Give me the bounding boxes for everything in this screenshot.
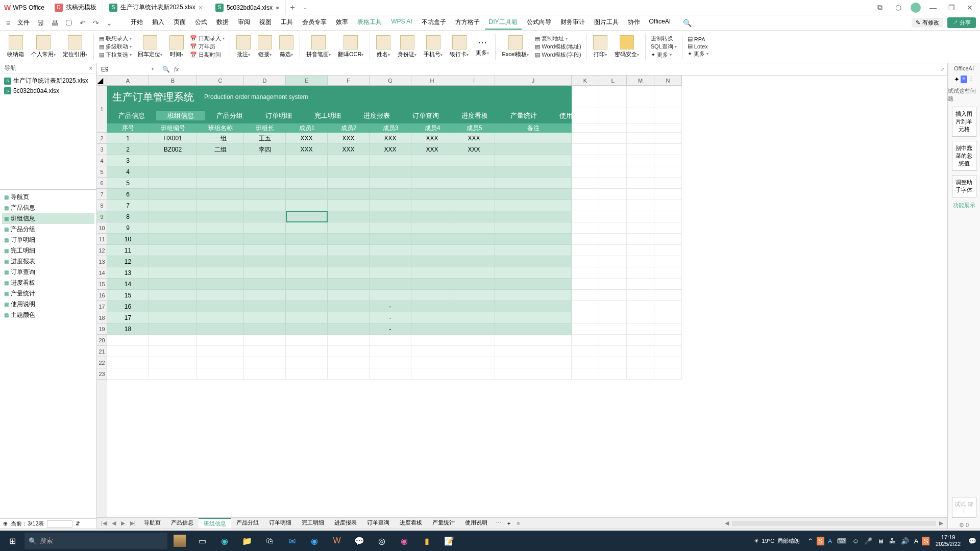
cell[interactable] [453,234,495,245]
cell[interactable] [286,256,328,267]
cell[interactable] [495,222,572,234]
cell[interactable] [149,222,197,234]
cell[interactable] [453,222,495,234]
add-sheet-button[interactable]: + [504,520,513,527]
cell[interactable]: 12 [107,256,149,267]
cell[interactable] [370,166,411,178]
cell[interactable] [197,222,244,234]
cell[interactable]: XXX [286,144,328,155]
row-header[interactable]: 8 [97,200,107,211]
ribbon-wordtpl2[interactable]: ▤ Word模板(字段) [535,51,581,59]
cell[interactable]: 10 [107,234,149,245]
col-header-G[interactable]: G [370,76,411,85]
cell[interactable] [197,166,244,178]
cell[interactable] [495,144,572,155]
explorer-icon[interactable]: 📁 [237,531,257,551]
app-icon-2[interactable]: ◉ [394,531,414,551]
ribbon-lotex[interactable]: ▤ Lotex [688,43,708,49]
rp-btn-2[interactable]: 别中蠢菜的忽悠值 [952,141,976,171]
wps-icon[interactable]: W [327,531,347,551]
cell[interactable]: 18 [107,323,149,335]
cell[interactable] [149,245,197,256]
start-button[interactable]: ⊞ [2,531,22,551]
cell[interactable] [244,155,286,166]
row-header[interactable]: 5 [97,166,107,178]
redo-icon[interactable]: ↷ [91,19,101,27]
nav-sheet-item[interactable]: ▦产品分组 [2,224,94,235]
cell[interactable] [453,178,495,189]
close-icon[interactable]: ✕ [964,2,976,14]
cell[interactable] [286,200,328,211]
cell[interactable] [411,211,453,222]
cell[interactable] [328,323,370,335]
select-all-corner[interactable]: ◢ [97,76,107,86]
cell[interactable] [286,178,328,189]
cell[interactable]: XXX [328,144,370,155]
ribbon-more1[interactable]: ⋯更多▾ [473,37,492,57]
cell[interactable] [286,323,328,335]
search-icon[interactable]: 🔍 [681,19,694,27]
menu-tab-协作[interactable]: 协作 [624,16,644,30]
app-icon-4[interactable]: 📝 [439,531,459,551]
cell[interactable] [244,200,286,211]
col-header-H[interactable]: H [411,76,453,85]
nav-tab-产量统计[interactable]: 产量统计 [499,111,548,120]
row-header[interactable]: 21 [97,346,107,357]
row-header[interactable]: 15 [97,279,107,290]
ribbon-xiala[interactable]: ▤ 下拉复选 ▾ [99,51,132,59]
cell[interactable]: 2 [107,144,149,155]
menu-tab-效率[interactable]: 效率 [332,16,352,30]
edge-icon[interactable]: ◉ [214,531,235,551]
tab-file-1[interactable]: S 生产订单统计表新2025.xlsx × [103,0,209,15]
cell[interactable] [453,290,495,301]
row-header[interactable]: 6 [97,178,107,189]
cell[interactable] [495,301,572,312]
row-header[interactable]: 13 [97,256,107,267]
cell[interactable] [453,211,495,222]
cell[interactable] [370,245,411,256]
col-header-J[interactable]: J [495,76,572,85]
row-header[interactable]: 12 [97,245,107,256]
col-header-B[interactable]: B [149,76,197,85]
cell[interactable] [495,166,572,178]
col-header-K[interactable]: K [572,76,599,85]
clock[interactable]: 17:19 2025/2/22 [932,534,965,547]
nav-sheet-item[interactable]: ▦导航页 [2,192,94,203]
ribbon-storage[interactable]: 收纳箱 [4,35,27,58]
cell[interactable]: 7 [107,200,149,211]
nav-tab-进度报表[interactable]: 进度报表 [352,111,401,120]
menu-tab-财务审计[interactable]: 财务审计 [556,16,589,30]
cell[interactable] [370,155,411,166]
cell[interactable]: 11 [107,245,149,256]
cell[interactable] [149,189,197,200]
expand-icon[interactable]: ⤢ [937,66,947,72]
nav-sheet-item[interactable]: ▦订单明细 [2,235,94,245]
sheet-tab-使用说明[interactable]: 使用说明 [460,518,493,529]
sheet-tab-进度看板[interactable]: 进度看板 [395,518,427,529]
cell[interactable] [411,256,453,267]
hscrollbar[interactable] [732,521,936,526]
cell[interactable] [244,323,286,335]
row-header[interactable]: 10 [97,222,107,234]
last-icon[interactable]: ▶| [128,520,138,527]
cell[interactable] [495,290,572,301]
ribbon-excel-tpl[interactable]: Excel模板▾ [499,35,532,58]
cell[interactable] [495,312,572,323]
cell[interactable] [328,245,370,256]
app-icon-1[interactable]: ◎ [372,531,392,551]
menu-icon[interactable]: ≡ [4,19,12,27]
nav-tab-完工明细[interactable]: 完工明细 [303,111,352,120]
ribbon-duoji[interactable]: ▤ 多级联动 ▾ [99,43,132,51]
cell[interactable]: 9 [107,222,149,234]
maximize-icon[interactable]: ❐ [945,2,958,14]
ai-toggle[interactable]: ≡ [961,76,968,83]
cell[interactable] [411,178,453,189]
save-icon[interactable]: 🖫 [35,19,46,27]
cell[interactable]: 14 [107,279,149,290]
nav-sheet-item[interactable]: ▦产量统计 [2,288,94,299]
cell[interactable] [411,234,453,245]
cell[interactable]: 13 [107,267,149,279]
row-header[interactable]: 2 [97,133,107,144]
cell[interactable] [411,267,453,279]
hscroll-left-icon[interactable]: ◀ [723,520,731,527]
